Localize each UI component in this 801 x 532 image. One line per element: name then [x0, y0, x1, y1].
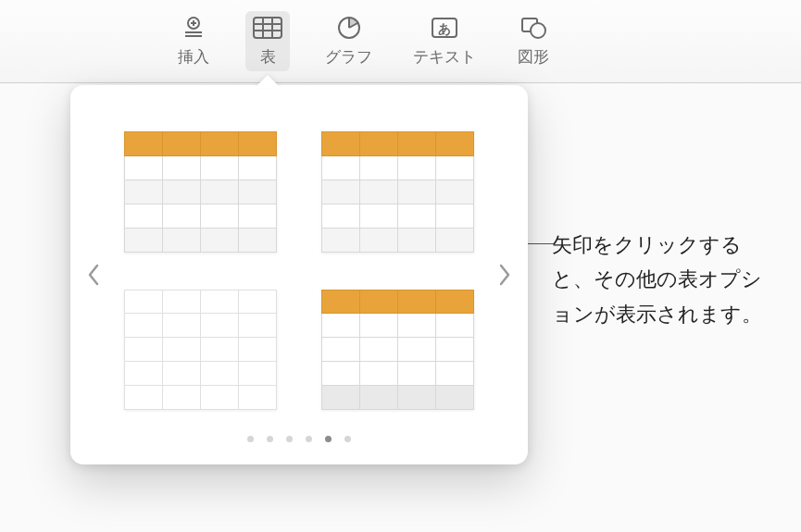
table-style-4[interactable] — [321, 290, 474, 411]
toolbar-insert[interactable]: 挿入 — [171, 11, 216, 71]
toolbar-table-label: 表 — [260, 46, 276, 68]
toolbar-chart-label: グラフ — [325, 46, 372, 68]
page-dot-1[interactable] — [247, 436, 254, 442]
page-dot-2[interactable] — [267, 436, 273, 442]
previous-page-arrow[interactable] — [80, 256, 107, 293]
chart-icon — [332, 15, 366, 41]
table-styles-grid — [117, 122, 482, 419]
page-dot-6[interactable] — [344, 436, 351, 442]
next-page-arrow[interactable] — [491, 256, 519, 293]
svg-text:あ: あ — [438, 21, 451, 36]
text-icon: あ — [428, 15, 461, 41]
table-icon — [251, 15, 284, 41]
page-dots — [117, 419, 482, 446]
page-dot-4[interactable] — [306, 436, 312, 442]
toolbar-chart[interactable]: グラフ — [319, 11, 378, 71]
table-styles-popover — [70, 85, 528, 464]
toolbar-shape[interactable]: 図形 — [511, 11, 556, 71]
page-dot-3[interactable] — [286, 436, 293, 442]
page-dot-5[interactable] — [325, 436, 332, 442]
toolbar-shape-label: 図形 — [518, 46, 549, 68]
toolbar: 挿入 表 グラフ あ — [0, 0, 801, 83]
shape-icon — [517, 15, 550, 41]
callout-text: 矢印をクリックすると、その他の表オプションが表示されます。 — [552, 228, 765, 331]
table-style-3[interactable] — [124, 290, 277, 411]
toolbar-table[interactable]: 表 — [245, 11, 290, 71]
toolbar-text[interactable]: あ テキスト — [407, 11, 482, 71]
insert-icon — [177, 15, 210, 41]
toolbar-insert-label: 挿入 — [178, 46, 209, 68]
svg-rect-5 — [254, 18, 282, 38]
table-style-1[interactable] — [124, 131, 277, 253]
toolbar-text-label: テキスト — [413, 46, 476, 68]
table-style-2[interactable] — [321, 131, 474, 253]
svg-point-16 — [531, 23, 545, 38]
